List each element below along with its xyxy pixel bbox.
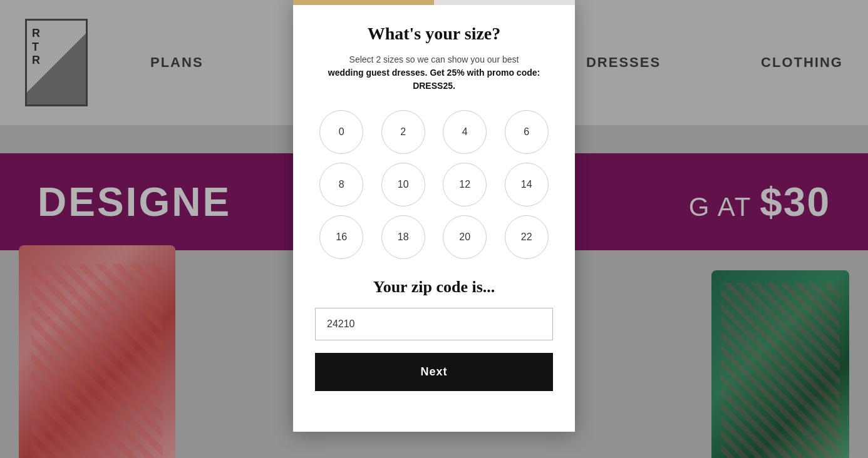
size-btn-12[interactable]: 12 [443, 163, 487, 206]
size-btn-18[interactable]: 18 [381, 215, 425, 259]
progress-bar [293, 0, 575, 5]
size-btn-14[interactable]: 14 [505, 163, 549, 206]
progress-filled [293, 0, 434, 5]
size-btn-6[interactable]: 6 [505, 110, 549, 154]
size-btn-20[interactable]: 20 [443, 215, 487, 259]
size-btn-4[interactable]: 4 [443, 110, 487, 154]
size-btn-2[interactable]: 2 [381, 110, 425, 154]
size-btn-16[interactable]: 16 [319, 215, 363, 259]
size-btn-0[interactable]: 0 [319, 110, 363, 154]
size-grid: 0 2 4 6 8 10 12 14 16 18 20 22 [315, 110, 553, 259]
size-btn-10[interactable]: 10 [381, 163, 425, 206]
modal-content: What's your size? Select 2 sizes so we c… [293, 5, 575, 413]
modal-subtitle: Select 2 sizes so we can show you our be… [315, 53, 553, 93]
zip-input[interactable] [315, 308, 553, 340]
modal-title: What's your size? [315, 24, 553, 44]
subtitle-bold: wedding guest dresses. Get 25% with prom… [328, 68, 540, 91]
size-btn-8[interactable]: 8 [319, 163, 363, 206]
subtitle-normal: Select 2 sizes so we can show you our be… [349, 54, 519, 64]
size-btn-22[interactable]: 22 [505, 215, 549, 259]
progress-empty [434, 0, 575, 5]
modal-dialog: What's your size? Select 2 sizes so we c… [293, 0, 575, 432]
next-button[interactable]: Next [315, 353, 553, 391]
modal-overlay: What's your size? Select 2 sizes so we c… [0, 0, 868, 458]
zip-label: Your zip code is... [315, 278, 553, 297]
